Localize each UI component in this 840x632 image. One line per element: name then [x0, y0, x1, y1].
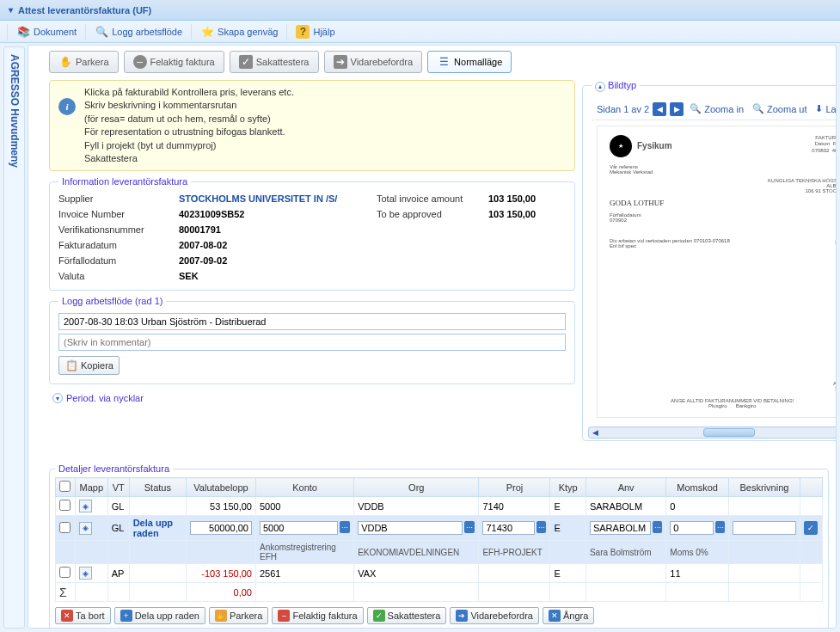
next-page-button[interactable]: ▶	[670, 102, 684, 116]
chevron-up-icon[interactable]: ▴	[595, 82, 605, 92]
log-entry: 2007-08-30 18:03 Urban Sjöström - Distri…	[58, 313, 566, 330]
table-header-row: Mapp VT Status Valutabelopp Konto Org Pr…	[56, 478, 823, 497]
hand-icon: ✋	[215, 610, 227, 622]
total-value: 103 150,00	[488, 193, 566, 204]
normallage-button[interactable]: ☰ Normalläge	[427, 51, 512, 73]
image-panel: ▴ Bildtyp Sidan 1 av 2 ◀ ▶ 🔍Zooma in 🔍Zo…	[582, 80, 837, 441]
lookup-icon[interactable]: ⋯	[536, 521, 546, 533]
check-icon: ✓	[373, 610, 385, 622]
row-status-link[interactable]: Dela upp raden	[129, 516, 186, 541]
table-row[interactable]: ◈ AP -103 150,00 2561 VAX E 11	[56, 564, 823, 583]
approve-label: To be approved	[377, 209, 488, 219]
download-icon: ⬇	[815, 103, 823, 114]
image-toolbar: Sidan 1 av 2 ◀ ▶ 🔍Zooma in 🔍Zooma ut ⬇La…	[592, 99, 837, 120]
doc-logo-icon: ★	[610, 135, 632, 157]
window-titlebar: ▾ Attest leverantörsfaktura (UF)	[0, 0, 840, 21]
period-via-nycklar-toggle[interactable]: ▾ Period. via nycklar	[52, 393, 575, 403]
log-fieldset: Logg arbetsflöde (rad 1) 2007-08-30 18:0…	[49, 296, 575, 384]
row-checkbox[interactable]	[59, 522, 71, 533]
invno-value: 40231009SB52	[179, 209, 377, 219]
details-table: Mapp VT Status Valutabelopp Konto Org Pr…	[55, 477, 823, 602]
parkera-button[interactable]: ✋ Parkera	[49, 51, 119, 73]
konto-input[interactable]	[260, 521, 338, 535]
info-text: Klicka på fakturabild Kontrollera pris, …	[84, 86, 294, 165]
sidebar-label: AGRESSO Huvudmeny	[9, 54, 21, 168]
sakattestera-button[interactable]: ✓ Sakattestera	[230, 51, 319, 73]
zoom-in-button[interactable]: 🔍Zooma in	[687, 102, 746, 115]
lookup-icon[interactable]: ⋯	[340, 521, 350, 533]
sidebar[interactable]: AGRESSO Huvudmeny	[3, 46, 25, 629]
table-sum-row: Σ 0,00	[56, 583, 823, 602]
total-label: Total invoice amount	[377, 193, 488, 204]
lookup-icon[interactable]: ⋯	[715, 521, 725, 533]
document-preview[interactable]: ★ Fysikum FAKTURA Sid 1Datum Fakturanr07…	[597, 126, 837, 418]
vidarebefordra-button[interactable]: ➔ Vidarebefordra	[324, 51, 423, 73]
log-legend: Logg arbetsflöde (rad 1)	[58, 296, 166, 306]
lookup-icon[interactable]: ⋯	[464, 521, 475, 533]
menu-logg-arbetsflode[interactable]: 🔍 Logg arbetsflöde	[89, 22, 187, 41]
verif-label: Verifikationsnummer	[58, 224, 179, 235]
star-icon: ⭐	[200, 25, 214, 39]
row-sakattestera-button[interactable]: ✓Sakattestera	[367, 607, 447, 624]
help-icon: ?	[296, 25, 310, 39]
approve-value: 103 150,00	[488, 209, 566, 219]
table-row-selected[interactable]: ◈ GL Dela upp raden ⋯ ⋯ ⋯ E ⋯ ⋯ ✓	[56, 516, 823, 541]
main-panel: ✋ Parkera – Felaktig faktura ✓ Sakattest…	[28, 45, 837, 629]
org-input[interactable]	[358, 521, 463, 535]
beskrivning-input[interactable]	[733, 521, 796, 535]
action-toolbar: ✋ Parkera – Felaktig faktura ✓ Sakattest…	[49, 51, 829, 73]
supplier-value[interactable]: STOCKHOLMS UNIVERSITET IN /S/	[179, 193, 377, 204]
proj-input[interactable]	[482, 521, 535, 535]
invno-label: Invoice Number	[58, 209, 179, 219]
menubar: 📚 Dokument 🔍 Logg arbetsflöde ⭐ Skapa ge…	[0, 21, 840, 43]
forward-arrow-icon: ➔	[334, 55, 347, 69]
row-confirm-icon[interactable]: ✓	[804, 521, 818, 535]
angra-button[interactable]: ✕Ångra	[543, 607, 594, 624]
info-icon: i	[58, 98, 76, 115]
belopp-input[interactable]	[190, 521, 252, 535]
dela-upp-button[interactable]: +Dela upp raden	[114, 607, 205, 624]
valuta-label: Valuta	[58, 271, 179, 281]
row-checkbox[interactable]	[59, 567, 71, 578]
list-icon: ☰	[437, 55, 451, 69]
magnifier-icon: 🔍	[95, 25, 108, 39]
moms-input[interactable]	[670, 521, 714, 535]
x-icon: ✕	[61, 610, 73, 622]
ta-bort-button[interactable]: ✕Ta bort	[55, 607, 111, 624]
row-vidarebefordra-button[interactable]: ➔Vidarebefordra	[450, 607, 539, 624]
menu-skapa-genvag[interactable]: ⭐ Skapa genväg	[195, 22, 283, 41]
anv-input[interactable]	[590, 521, 651, 535]
image-scrollbar[interactable]: ◀ ▶	[588, 426, 837, 439]
comment-input[interactable]	[58, 334, 566, 351]
fdate-value: 2007-08-02	[179, 240, 377, 250]
prev-page-button[interactable]: ◀	[653, 102, 666, 116]
zoom-out-icon: 🔍	[752, 103, 764, 114]
minus-circle-icon: –	[133, 55, 147, 69]
lookup-icon[interactable]: ⋯	[653, 521, 663, 533]
kopiera-button[interactable]: 📋 Kopiera	[58, 356, 120, 375]
download-button[interactable]: ⬇Ladda ne	[812, 102, 837, 115]
folder-icon[interactable]: ◈	[79, 522, 92, 535]
menu-help[interactable]: ? Hjälp	[291, 22, 340, 41]
info-box: i Klicka på fakturabild Kontrollera pris…	[49, 80, 575, 171]
scroll-thumb[interactable]	[703, 428, 755, 437]
felaktig-faktura-button[interactable]: – Felaktig faktura	[124, 51, 224, 73]
chevron-down-icon[interactable]: ▾	[9, 5, 13, 15]
folder-icon[interactable]: ◈	[79, 567, 92, 580]
row-parkera-button[interactable]: ✋Parkera	[209, 607, 269, 624]
ddate-label: Förfallodatum	[58, 255, 179, 266]
documents-icon: 📚	[16, 25, 30, 39]
zoom-out-button[interactable]: 🔍Zooma ut	[750, 102, 809, 115]
image-legend: Bildtyp	[608, 80, 636, 90]
row-felaktig-button[interactable]: –Felaktig faktura	[272, 607, 363, 624]
plus-icon: +	[120, 610, 132, 622]
scroll-left-icon[interactable]: ◀	[589, 427, 601, 438]
row-checkbox[interactable]	[59, 500, 71, 511]
folder-icon[interactable]: ◈	[79, 500, 92, 512]
table-row[interactable]: ◈ GL 53 150,00 5000 VDDB 7140 E SARABOLM…	[56, 497, 823, 516]
invoice-info-fieldset: Information leverantörsfaktura Supplier …	[49, 176, 575, 291]
x-icon: ✕	[549, 610, 561, 622]
select-all-checkbox[interactable]	[59, 481, 71, 492]
menu-dokument[interactable]: 📚 Dokument	[11, 22, 82, 41]
fdate-label: Fakturadatum	[58, 240, 179, 250]
